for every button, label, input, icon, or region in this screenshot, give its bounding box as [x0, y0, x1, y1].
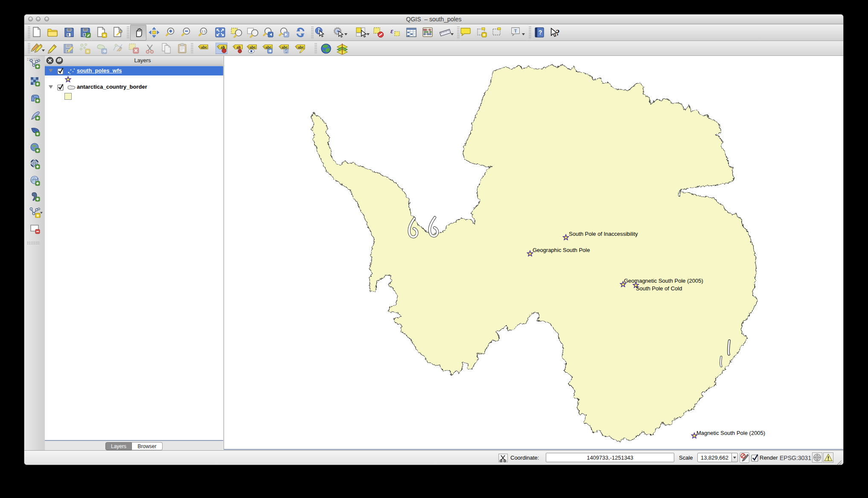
svg-text:?: ? [556, 29, 560, 37]
svg-text:T: T [514, 29, 517, 33]
svg-text:?: ? [539, 29, 542, 36]
svg-text:ε: ε [390, 27, 393, 35]
svg-text:abc: abc [201, 45, 207, 49]
svg-text:1:1: 1:1 [201, 29, 206, 33]
svg-text:abc: abc [250, 45, 256, 49]
